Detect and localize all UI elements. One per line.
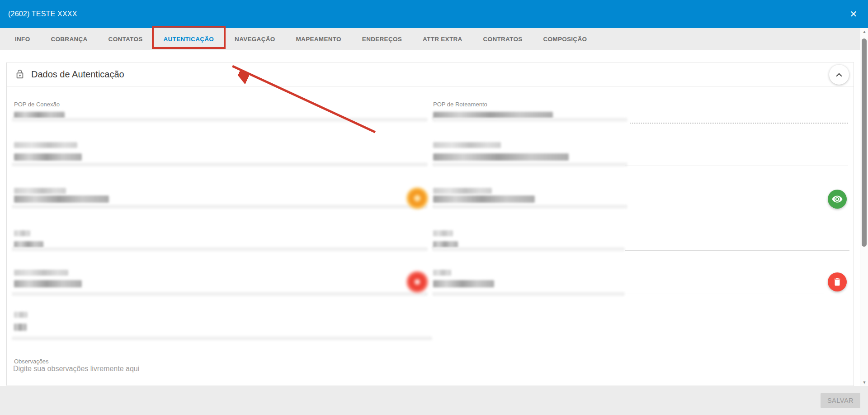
section-title: Dados de Autenticação xyxy=(31,69,124,80)
field-value-redacted[interactable] xyxy=(14,324,27,331)
delete-button[interactable] xyxy=(828,272,847,291)
field-value-redacted[interactable] xyxy=(433,153,569,161)
scrollbar-thumb[interactable] xyxy=(862,38,867,247)
field-underline-redacted xyxy=(432,162,627,167)
scroll-down-icon[interactable]: ▼ xyxy=(860,380,868,385)
pop-roteamento-label: POP de Roteamento xyxy=(433,101,487,108)
field-label-redacted xyxy=(433,270,451,276)
field-value-redacted[interactable] xyxy=(14,153,82,161)
pop-conexao-label: POP de Conexão xyxy=(14,101,60,108)
tab-contatos[interactable]: CONTATOS xyxy=(98,28,153,50)
show-password-button[interactable] xyxy=(828,190,847,209)
tab-composicao[interactable]: COMPOSIÇÃO xyxy=(533,28,598,50)
tab-bar: INFOCOBRANÇACONTATOSAUTENTICAÇÃONAVEGAÇÃ… xyxy=(0,28,868,50)
field-label-redacted xyxy=(14,230,30,236)
field-label-redacted xyxy=(14,312,28,318)
trash-icon xyxy=(832,277,842,287)
tab-attr-extra[interactable]: ATTR EXTRA xyxy=(412,28,473,50)
observacoes-label: Observações xyxy=(14,358,49,365)
scroll-up-icon[interactable]: ▲ xyxy=(860,29,868,34)
modal-header: (2602) TESTE XXXX ✕ xyxy=(0,0,868,28)
pop-conexao-underline-redacted xyxy=(12,118,428,122)
status-icon-red-redacted xyxy=(406,271,428,293)
field-underline-redacted xyxy=(12,247,428,251)
tab-mapeamento[interactable]: MAPEAMENTO xyxy=(286,28,352,50)
scrollbar-track[interactable]: ▲ ▼ xyxy=(860,28,868,386)
field-underline-redacted xyxy=(432,247,625,251)
field-value-redacted[interactable] xyxy=(14,196,109,203)
customer-edit-modal: (2602) TESTE XXXX ✕ INFOCOBRANÇACONTATOS… xyxy=(0,0,868,415)
close-icon[interactable]: ✕ xyxy=(845,6,862,22)
save-button[interactable]: SALVAR xyxy=(821,393,860,408)
tab-cobranca[interactable]: COBRANÇA xyxy=(40,28,98,50)
field-label-redacted xyxy=(14,270,68,276)
authentication-card: Dados de Autenticação POP de Conexão POP… xyxy=(6,62,854,386)
field-label-redacted xyxy=(14,188,66,194)
field-underline-redacted xyxy=(12,292,428,296)
field-underline-redacted xyxy=(12,336,432,340)
lock-open-icon xyxy=(15,69,25,79)
eye-icon xyxy=(831,193,843,205)
tab-contratos[interactable]: CONTRATOS xyxy=(473,28,533,50)
pop-roteamento-underline-redacted xyxy=(432,118,627,122)
empty-field-underline-row3[interactable] xyxy=(625,208,824,208)
field-value-redacted[interactable] xyxy=(14,280,82,287)
tab-enderecos[interactable]: ENDEREÇOS xyxy=(352,28,412,50)
section-header: Dados de Autenticação xyxy=(7,62,854,86)
tab-navegacao[interactable]: NAVEGAÇÃO xyxy=(224,28,285,50)
field-label-redacted xyxy=(433,230,453,236)
empty-field-underline-row4[interactable] xyxy=(625,250,849,251)
empty-field-underline-row1[interactable] xyxy=(630,123,848,124)
field-label-redacted xyxy=(14,142,77,148)
tab-info[interactable]: INFO xyxy=(5,28,40,50)
tab-autenticacao[interactable]: AUTENTICAÇÃO xyxy=(153,28,225,50)
empty-field-underline-row5[interactable] xyxy=(625,294,824,294)
field-underline-redacted xyxy=(432,205,627,209)
field-value-redacted[interactable] xyxy=(433,280,494,287)
field-label-redacted xyxy=(433,188,492,194)
status-icon-orange-redacted xyxy=(406,187,428,209)
field-underline-redacted xyxy=(12,205,428,209)
field-underline-redacted xyxy=(432,292,625,296)
modal-footer: SALVAR xyxy=(0,386,868,415)
modal-title: (2602) TESTE XXXX xyxy=(0,10,77,18)
chevron-up-icon xyxy=(833,69,845,81)
collapse-section-button[interactable] xyxy=(829,65,849,85)
observacoes-input[interactable] xyxy=(13,365,429,377)
empty-field-underline-row2[interactable] xyxy=(625,166,848,166)
field-label-redacted xyxy=(433,142,501,148)
field-underline-redacted xyxy=(12,162,428,167)
field-value-redacted[interactable] xyxy=(433,196,535,203)
